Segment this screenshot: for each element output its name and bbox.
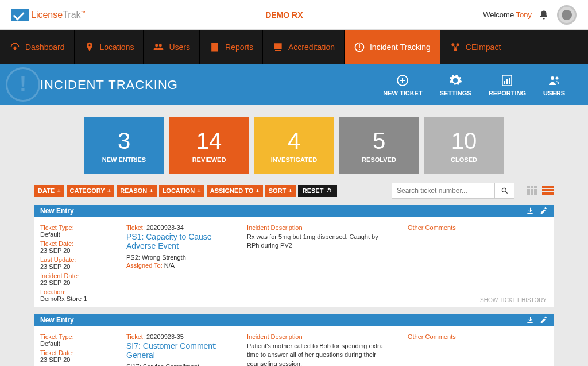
nav-accreditation[interactable]: Accreditation: [263, 30, 345, 64]
svg-point-13: [502, 188, 506, 192]
ticket-row: Ticket Type:DefaultTicket Date:23 SEP 20…: [34, 326, 554, 366]
filter-location[interactable]: LOCATION +: [159, 185, 204, 197]
reset-button[interactable]: RESET: [298, 185, 338, 197]
ticket-comments: Other Comments: [408, 333, 456, 366]
nav-reports[interactable]: Reports: [200, 30, 263, 64]
nav-dashboard[interactable]: Dashboard: [0, 30, 75, 64]
edit-icon[interactable]: [540, 207, 548, 215]
ticket-meta: Ticket Type:DefaultTicket Date:23 SEP 20…: [40, 333, 103, 366]
svg-point-11: [551, 76, 554, 80]
main-nav: Dashboard Locations Users Reports Accred…: [0, 30, 588, 64]
stat-card-investigated[interactable]: 4INVESTIGATED: [254, 117, 334, 174]
ticket-title-link[interactable]: PS1: Capacity to Cause Adverse Event: [126, 232, 224, 251]
stat-label: RESOLVED: [362, 156, 396, 163]
users-button[interactable]: USERS: [543, 74, 565, 97]
stat-label: INVESTIGATED: [271, 156, 317, 163]
filter-assigned-to[interactable]: ASSIGNED TO +: [207, 185, 263, 197]
subheader-icon: !: [6, 67, 40, 102]
filter-reason[interactable]: REASON +: [117, 185, 157, 197]
search-button[interactable]: [495, 183, 514, 199]
filter-category[interactable]: CATEGORY +: [67, 185, 115, 197]
stat-card-reviewed[interactable]: 14REVIEWED: [169, 117, 249, 174]
download-icon[interactable]: [526, 316, 534, 324]
ticket-description: Incident DescriptionRx was for 5mg but 1…: [247, 224, 385, 302]
nav-ceimpact[interactable]: CEImpact: [440, 30, 510, 64]
stat-card-resolved[interactable]: 5RESOLVED: [339, 117, 419, 174]
svg-rect-10: [509, 78, 510, 84]
list-view-icon[interactable]: [542, 186, 554, 196]
grid-view-icon[interactable]: [527, 186, 539, 196]
nav-locations[interactable]: Locations: [75, 30, 144, 64]
users-icon: [547, 74, 561, 87]
tickets-container: New EntryTicket Type:DefaultTicket Date:…: [0, 205, 588, 366]
refresh-icon: [326, 187, 332, 194]
svg-rect-2: [359, 49, 360, 50]
search-input[interactable]: [392, 183, 495, 199]
section-label: New Entry: [40, 207, 74, 215]
stat-card-new-entries[interactable]: 3NEW ENTRIES: [84, 117, 164, 174]
download-icon[interactable]: [526, 207, 534, 215]
ticket-section-header: New Entry: [34, 205, 554, 217]
stat-label: CLOSED: [451, 156, 477, 163]
stat-number: 5: [373, 128, 385, 154]
section-label: New Entry: [40, 316, 74, 324]
stat-number: 4: [288, 128, 300, 154]
stat-label: NEW ENTRIES: [102, 156, 146, 163]
nav-users[interactable]: Users: [144, 30, 200, 64]
svg-rect-8: [504, 81, 505, 84]
stat-card-closed[interactable]: 10CLOSED: [424, 117, 504, 174]
report-icon: [500, 74, 514, 87]
show-history-link[interactable]: SHOW TICKET HISTORY: [480, 297, 547, 303]
reporting-button[interactable]: REPORTING: [489, 74, 526, 97]
stat-number: 14: [196, 128, 222, 154]
ticket-description: Incident DescriptionPatient's mother cal…: [247, 333, 385, 366]
filter-date[interactable]: DATE +: [34, 185, 64, 197]
ticket-title-col: Ticket: 20200923-35SI7: Customer Comment…: [126, 333, 224, 366]
logo-icon: [11, 9, 29, 21]
svg-rect-9: [506, 79, 508, 84]
stats-row: 3NEW ENTRIES14REVIEWED4INVESTIGATED5RESO…: [0, 105, 588, 183]
svg-point-12: [556, 76, 559, 79]
filter-row: DATE +CATEGORY +REASON +LOCATION +ASSIGN…: [0, 183, 588, 205]
ticket-meta: Ticket Type:DefaultTicket Date:23 SEP 20…: [40, 224, 103, 302]
welcome-text: Welcome Tony: [483, 10, 532, 19]
notifications-icon[interactable]: [539, 10, 549, 20]
new-ticket-button[interactable]: NEW TICKET: [383, 74, 422, 97]
page-title: INCIDENT TRACKING: [40, 78, 178, 93]
edit-icon[interactable]: [540, 316, 548, 324]
user-avatar[interactable]: [557, 5, 577, 25]
ticket-section-header: New Entry: [34, 314, 554, 326]
stat-label: REVIEWED: [192, 156, 226, 163]
stat-number: 3: [118, 128, 130, 154]
filter-sort[interactable]: SORT +: [265, 185, 296, 197]
ticket-title-link[interactable]: SI7: Customer Comment: General: [126, 341, 224, 360]
page-subheader: ! INCIDENT TRACKING NEW TICKET SETTINGS …: [0, 64, 588, 105]
gear-icon: [448, 74, 462, 87]
stat-number: 10: [451, 128, 477, 154]
plus-circle-icon: [396, 74, 409, 87]
org-title: DEMO RX: [86, 10, 483, 20]
top-header: LicenseTrak™ DEMO RX Welcome Tony: [0, 0, 588, 30]
search-icon: [501, 187, 509, 195]
ticket-row: Ticket Type:DefaultTicket Date:23 SEP 20…: [34, 217, 554, 307]
nav-incident-tracking[interactable]: Incident Tracking: [345, 30, 440, 64]
logo[interactable]: LicenseTrak™: [11, 9, 86, 21]
settings-button[interactable]: SETTINGS: [440, 74, 471, 97]
ticket-title-col: Ticket: 20200923-34PS1: Capacity to Caus…: [126, 224, 224, 302]
ticket-comments: Other Comments: [408, 224, 456, 302]
logo-text: LicenseTrak™: [31, 10, 86, 20]
svg-rect-1: [359, 44, 360, 48]
